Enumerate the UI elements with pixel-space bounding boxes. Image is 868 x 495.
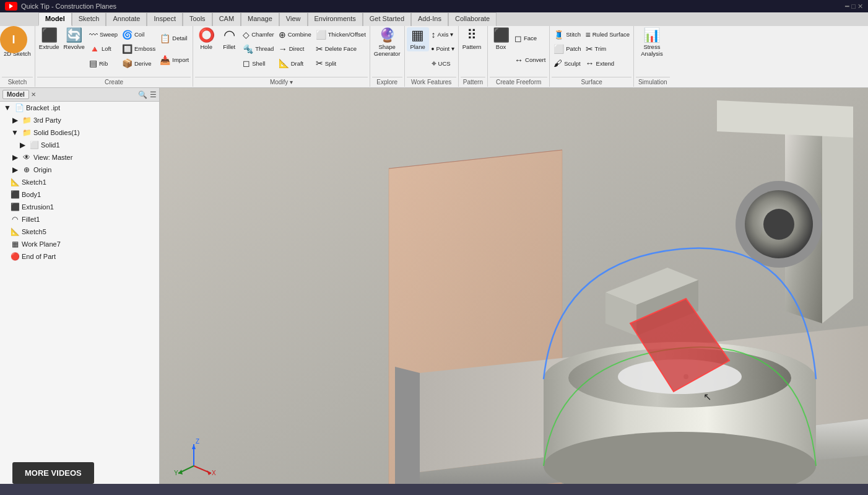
- ribbon-group-freeform: ⬛ Box ◻ Face ↔ Convert Create Freeform: [488, 26, 550, 87]
- modify-section-label[interactable]: Modify ▾: [195, 77, 368, 87]
- chamfer-button[interactable]: ◇ Chamfer: [241, 28, 276, 41]
- model-tab-close[interactable]: ✕: [31, 91, 36, 98]
- detail-button[interactable]: 📋 Detail: [158, 32, 191, 45]
- box-freeform-button[interactable]: ⬛ Box: [490, 27, 512, 51]
- tree-label-extrusion1: Extrusion1: [22, 203, 54, 211]
- origin-icon: ⊕: [22, 165, 32, 175]
- combine-button[interactable]: ⊕ Combine: [277, 28, 313, 41]
- ribbon-tab-environments[interactable]: Environments: [308, 12, 363, 26]
- browser-search-icon[interactable]: 🔍: [138, 90, 147, 99]
- shape-generator-button[interactable]: 🔮 ShapeGenerator: [372, 27, 402, 59]
- tree-label-endofpart: End of Part: [22, 253, 56, 260]
- convert-button[interactable]: ↔ Convert: [513, 54, 547, 66]
- ribbon-tab-collaborate[interactable]: Collaborate: [448, 12, 497, 26]
- tree-item-3rdparty[interactable]: ▶ 📁 3rd Party: [0, 114, 159, 126]
- shell-button[interactable]: ◻ Shell: [241, 57, 276, 69]
- tree-item-extrusion1[interactable]: ⬛ Extrusion1: [0, 201, 159, 213]
- import-button[interactable]: 📥 Import: [158, 54, 191, 66]
- emboss-button[interactable]: 🔲 Emboss: [120, 43, 157, 55]
- more-videos-button[interactable]: MORE VIDEOS: [12, 462, 94, 484]
- ribbon-group-pattern: ⠿ Pattern Pattern: [459, 26, 488, 87]
- coil-button[interactable]: 🌀 Coil: [120, 28, 157, 41]
- ribbon-tabs: ModelSketchAnnotateInspectToolsCAMManage…: [38, 12, 497, 26]
- hole-button[interactable]: ⭕ Hole: [195, 27, 217, 51]
- ribbon-tab-sketch[interactable]: Sketch: [72, 12, 106, 26]
- tree-item-workplane7[interactable]: ▦ Work Plane7: [0, 238, 159, 250]
- point-button[interactable]: • Point ▾: [430, 43, 456, 55]
- sweep-button[interactable]: 〰 Sweep: [87, 28, 119, 41]
- body1-icon: ⬛: [10, 190, 20, 199]
- ribbon-tab-view[interactable]: View: [279, 12, 308, 26]
- surface-small-1: 🧵 Stitch ⬜ Patch 🖌 Sculpt: [552, 27, 583, 71]
- tree-item-endofpart[interactable]: 🔴 End of Part: [0, 250, 159, 263]
- browser-menu-icon[interactable]: ☰: [150, 90, 157, 99]
- create-section-label: Create: [37, 77, 191, 87]
- pattern-button[interactable]: ⠿ Pattern: [461, 27, 484, 51]
- loft-button[interactable]: 🔺 Loft: [87, 43, 119, 55]
- tree-item-solidbodies[interactable]: ▼ 📁 Solid Bodies(1): [0, 126, 159, 139]
- autodesk-logo[interactable]: I: [0, 26, 27, 53]
- ribbon-tab-cam[interactable]: CAM: [212, 12, 241, 26]
- solid1-icon: ⬜: [29, 140, 39, 150]
- thicken-offset-button[interactable]: ⬜ Thicken/Offset: [314, 28, 368, 41]
- plane-button[interactable]: ▦ Plane: [407, 27, 429, 51]
- model-browser-tab-bar: Model ✕ 🔍 ☰: [0, 88, 160, 102]
- solid1-expand-icon: ▶: [17, 140, 27, 150]
- tree-item-solid1[interactable]: ▶ ⬜ Solid1: [0, 139, 159, 151]
- model-tab[interactable]: Model: [2, 90, 29, 99]
- modify-small-1: ◇ Chamfer 🔩 Thread ◻ Shell: [241, 27, 276, 71]
- top-bar-controls[interactable]: ━ □ ✕: [845, 2, 863, 11]
- sculpt-button[interactable]: 🖌 Sculpt: [552, 57, 583, 69]
- ucs-button[interactable]: ⌖ UCS: [430, 57, 456, 70]
- explore-section-label: Explore: [372, 77, 402, 87]
- ribbon-tab-annotate[interactable]: Annotate: [106, 12, 147, 26]
- work-features-section-label: Work Features: [407, 77, 456, 87]
- direct-button[interactable]: → Direct: [277, 43, 313, 55]
- ribbon: 📐 Start2D Sketch Sketch ⬛ Extrude 🔄 Revo…: [0, 26, 868, 88]
- title-bar: Quick Tip - Construction Planes ━ □ ✕: [0, 0, 868, 12]
- ribbon-group-work-features: ▦ Plane ↕ Axis ▾ • Point ▾ ⌖ UCS Work Fe…: [405, 26, 459, 87]
- viewport-scene: ↖ Z X Y: [160, 88, 868, 495]
- ribbon-tab-inspect[interactable]: Inspect: [147, 12, 182, 26]
- rib-button[interactable]: ▤ Rib: [87, 57, 119, 69]
- split-button[interactable]: ✂ Split: [314, 57, 368, 69]
- derive-button[interactable]: 📦 Derive: [120, 57, 157, 69]
- app-title: Quick Tip - Construction Planes: [21, 2, 116, 10]
- endofpart-icon: 🔴: [10, 252, 20, 261]
- patch-button[interactable]: ⬜ Patch: [552, 43, 583, 55]
- tree-item-sketch5[interactable]: 📐 Sketch5: [0, 226, 159, 238]
- ribbon-group-surface: 🧵 Stitch ⬜ Patch 🖌 Sculpt ≡ Ruled Surfac…: [550, 26, 634, 87]
- face-button[interactable]: ◻ Face: [513, 32, 547, 45]
- ribbon-tab-add-ins[interactable]: Add-Ins: [411, 12, 448, 26]
- fillet1-icon: ◠: [10, 214, 20, 224]
- ruled-surface-button[interactable]: ≡ Ruled Surface: [584, 28, 631, 41]
- draft-button[interactable]: 📐 Draft: [277, 57, 313, 69]
- tree-label-fillet1: Fillet1: [22, 216, 40, 223]
- delete-face-button[interactable]: ✂ Delete Face: [314, 43, 368, 55]
- tree-item-viewmaster[interactable]: ▶ 👁 View: Master: [0, 151, 159, 164]
- tree-item-sketch1[interactable]: 📐 Sketch1: [0, 176, 159, 188]
- tree-item-origin[interactable]: ▶ ⊕ Origin: [0, 164, 159, 176]
- fillet-button[interactable]: ◠ Fillet: [218, 27, 240, 51]
- stress-analysis-button[interactable]: 📊 StressAnalysis: [636, 27, 668, 59]
- extrude-button[interactable]: ⬛ Extrude: [37, 27, 61, 51]
- svg-text:↖: ↖: [703, 392, 711, 402]
- thread-button[interactable]: 🔩 Thread: [241, 43, 276, 55]
- tree-item-body1[interactable]: ⬛ Body1: [0, 188, 159, 201]
- axis-button[interactable]: ↕ Axis ▾: [430, 28, 456, 41]
- solidbodies-folder-icon: 📁: [22, 128, 32, 138]
- ribbon-tab-tools[interactable]: Tools: [183, 12, 212, 26]
- revolve-button[interactable]: 🔄 Revolve: [62, 27, 87, 51]
- ribbon-tab-manage[interactable]: Manage: [241, 12, 279, 26]
- tree-label-workplane7: Work Plane7: [22, 240, 61, 248]
- extend-button[interactable]: ↔ Extend: [584, 57, 631, 69]
- trim-button[interactable]: ✂ Trim: [584, 43, 631, 55]
- tree-label-solidbodies: Solid Bodies(1): [33, 129, 80, 136]
- svg-marker-4: [822, 107, 853, 323]
- tree-item-bracket[interactable]: ▼ 📄 Bracket .ipt: [0, 102, 159, 114]
- ribbon-tab-get-started[interactable]: Get Started: [363, 12, 411, 26]
- tree-item-fillet1[interactable]: ◠ Fillet1: [0, 213, 159, 226]
- stitch-button[interactable]: 🧵 Stitch: [552, 28, 583, 41]
- 3d-viewport[interactable]: ↖ Z X Y: [160, 88, 868, 495]
- ribbon-tab-model[interactable]: Model: [38, 12, 72, 26]
